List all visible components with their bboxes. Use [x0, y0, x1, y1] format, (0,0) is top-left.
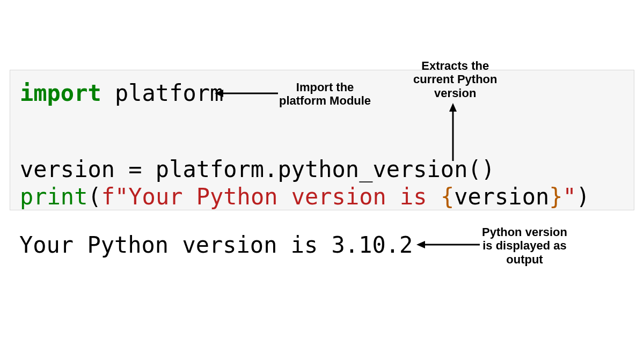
code-line-3: version = platform.python_version() [20, 156, 624, 183]
arrow-output [416, 239, 481, 250]
arrow-import [215, 88, 279, 99]
output-line: Your Python version is 3.10.2 [19, 232, 413, 258]
fstring-prefix: f [101, 183, 115, 210]
code-blank-line [20, 107, 624, 156]
module-name: platform [101, 80, 224, 106]
keyword-import: import [20, 80, 101, 106]
quote-open: " [115, 183, 128, 210]
quote-close: " [563, 183, 576, 210]
svg-marker-5 [416, 241, 425, 248]
svg-marker-1 [215, 90, 223, 97]
fn-print: print [20, 183, 87, 210]
fstring-body: Your Python version is [128, 183, 441, 210]
brace-close: } [549, 183, 562, 210]
annotation-extract: Extracts the current Python version [413, 59, 497, 100]
brace-open: { [441, 183, 454, 210]
code-line-4: print(f"Your Python version is {version}… [20, 183, 624, 210]
svg-marker-3 [449, 103, 457, 112]
paren-close: ) [576, 183, 590, 210]
annotation-output: Python version is displayed as output [482, 225, 567, 266]
paren-open: ( [87, 183, 101, 210]
arrow-extract [447, 103, 459, 162]
fstring-var: version [454, 183, 549, 210]
annotation-import: Import the platform Module [279, 80, 371, 108]
